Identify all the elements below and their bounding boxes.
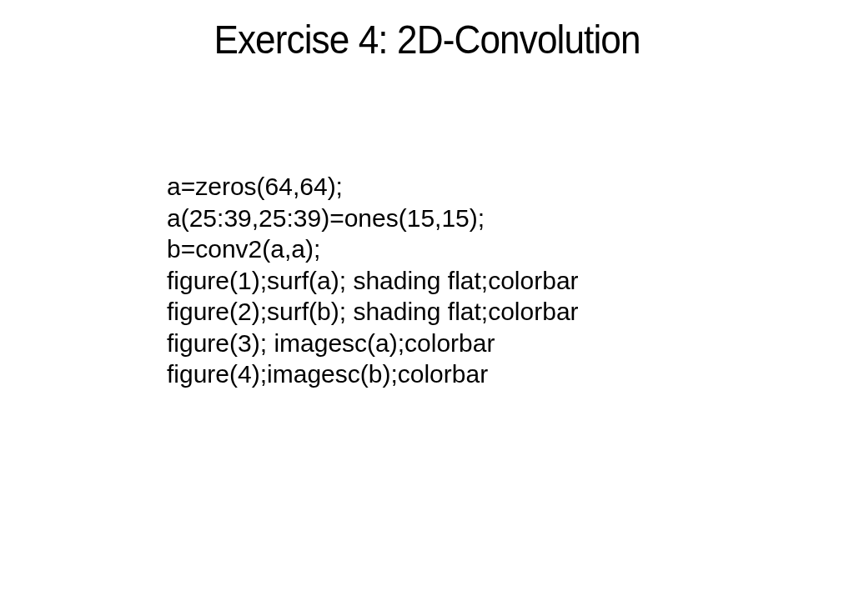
code-line: figure(4);imagesc(b);colorbar: [167, 358, 579, 390]
code-block: a=zeros(64,64); a(25:39,25:39)=ones(15,1…: [167, 171, 579, 390]
code-line: a(25:39,25:39)=ones(15,15);: [167, 203, 579, 234]
code-line: figure(1);surf(a); shading flat;colorbar: [167, 265, 579, 297]
code-line: b=conv2(a,a);: [167, 233, 579, 265]
code-line: figure(3); imagesc(a);colorbar: [167, 328, 579, 359]
slide-title: Exercise 4: 2D-Convolution: [34, 17, 820, 63]
code-line: a=zeros(64,64);: [167, 171, 579, 203]
code-line: figure(2);surf(b); shading flat;colorbar: [167, 296, 579, 328]
